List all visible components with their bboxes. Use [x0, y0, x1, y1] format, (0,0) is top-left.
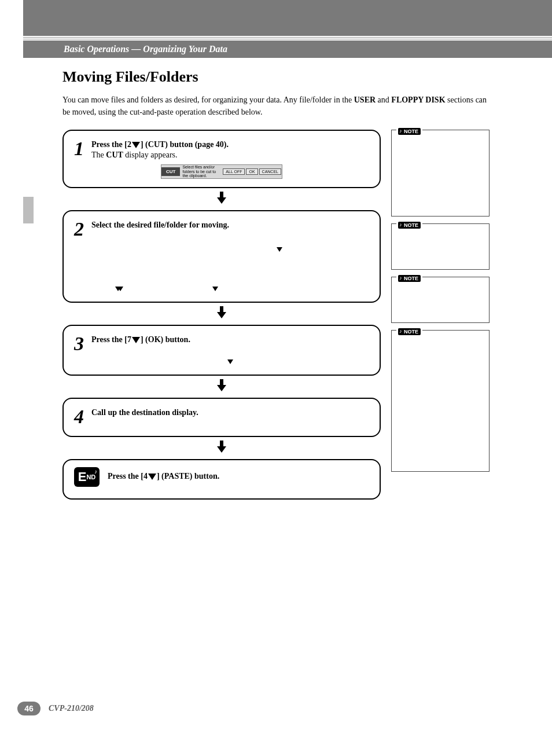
note-box-2: NOTE [391, 223, 490, 270]
cut-message: Select files and/or folders to be cut to… [180, 165, 222, 178]
flow-arrow [62, 188, 381, 210]
cancel-button: CANCEL [259, 168, 281, 175]
alloff-button: ALL OFF [223, 168, 245, 175]
cut-display-strip: CUT Select files and/or folders to be cu… [161, 164, 282, 179]
note-box-3: NOTE [391, 277, 490, 323]
step-1-text: Press the [2] (CUT) button (page 40). Th… [91, 138, 229, 160]
two-column-layout: 1 Press the [2] (CUT) button (page 40). … [62, 130, 490, 500]
page-footer: 46 CVP-210/208 [17, 702, 94, 715]
note-badge-icon: NOTE [398, 328, 421, 335]
steps-column: 1 Press the [2] (CUT) button (page 40). … [62, 130, 381, 500]
note-label: NOTE [396, 272, 422, 282]
note-label: NOTE [396, 219, 422, 229]
page-title: Moving Files/Folders [62, 68, 490, 86]
step-3-box: 3 Press the [7] (OK) button. [62, 325, 381, 376]
down-triangle-icon [132, 337, 140, 343]
breadcrumb-bar: Basic Operations — Organizing Your Data [23, 41, 552, 58]
step-3-text: Press the [7] (OK) button. [91, 333, 190, 344]
cut-label: CUT [161, 167, 180, 176]
step-4-text: Call up the destination display. [91, 406, 198, 417]
step-end-text: Press the [4] (PASTE) button. [108, 467, 219, 481]
note-label: NOTE [396, 325, 422, 336]
flow-arrow [62, 303, 381, 325]
top-band [23, 0, 552, 36]
down-triangle-icon [277, 247, 282, 252]
down-arrow-icon [216, 306, 227, 319]
ok-button: OK [246, 168, 257, 175]
triangle-row-1 [74, 244, 369, 254]
intro-bold-floppy: FLOPPY DISK [391, 96, 445, 104]
step-1-box: 1 Press the [2] (CUT) button (page 40). … [62, 130, 381, 188]
intro-text: and [376, 96, 391, 104]
note-box-4: NOTE [391, 330, 490, 472]
intro-bold-user: USER [354, 96, 376, 104]
model-number: CVP-210/208 [49, 704, 94, 713]
down-arrow-icon [216, 192, 227, 204]
intro-text: You can move files and folders as desire… [62, 96, 354, 104]
step-2-text: Select the desired file/folder for movin… [91, 218, 229, 230]
note-badge-icon: NOTE [398, 222, 421, 229]
down-triangle-icon [117, 287, 123, 291]
triangle-row-2 [74, 283, 369, 293]
page-number-badge: 46 [17, 702, 41, 715]
note-badge-icon: NOTE [398, 128, 421, 135]
step-number: 2 [74, 218, 89, 240]
down-arrow-icon [216, 441, 227, 453]
breadcrumb-text: Basic Operations — Organizing Your Data [64, 44, 227, 54]
down-triangle-icon [227, 359, 233, 364]
triangle-row [74, 356, 369, 366]
step-number: 3 [74, 333, 89, 355]
note-label: NOTE [396, 125, 422, 135]
content-area: Moving Files/Folders You can move files … [0, 58, 552, 500]
note-badge-icon: NOTE [398, 275, 421, 282]
down-triangle-icon [132, 142, 140, 148]
flow-arrow [62, 437, 381, 459]
note-box-1: NOTE [391, 130, 490, 216]
down-triangle-icon [212, 287, 218, 291]
down-triangle-icon [148, 474, 156, 480]
step-2-box: 2 Select the desired file/folder for mov… [62, 210, 381, 303]
intro-paragraph: You can move files and folders as desire… [62, 94, 490, 118]
end-badge: END♪ [74, 467, 100, 487]
side-thumb-tab [23, 197, 34, 223]
down-arrow-icon [216, 379, 227, 392]
step-number: 1 [74, 138, 89, 160]
step-end-box: END♪ Press the [4] (PASTE) button. [62, 459, 381, 500]
step-number: 4 [74, 406, 89, 428]
step-1-subtext: The CUT display appears. [91, 151, 229, 160]
step-4-box: 4 Call up the destination display. [62, 398, 381, 437]
header-divider [23, 37, 552, 39]
notes-column: NOTE NOTE NOTE NOTE [391, 130, 490, 479]
flow-arrow [62, 376, 381, 398]
